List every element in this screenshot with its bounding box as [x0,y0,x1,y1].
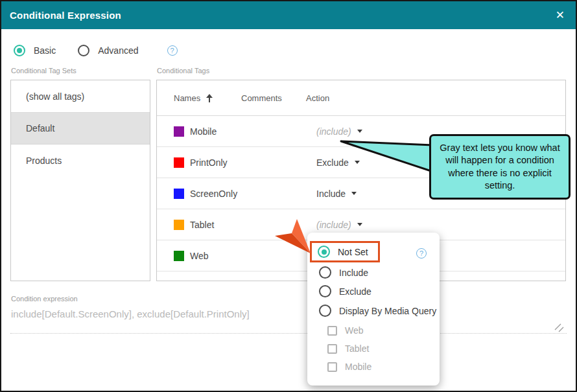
comments-column-header[interactable]: Comments [241,93,306,103]
sort-ascending-icon [206,93,213,103]
advanced-radio[interactable] [78,45,89,56]
tag-color-swatch [174,189,184,199]
close-icon[interactable]: ✕ [556,1,565,29]
mode-selector: Basic Advanced ? [14,44,178,57]
tag-set-item-products[interactable]: Products [11,144,150,176]
media-query-radio[interactable] [319,305,331,317]
chevron-down-icon [357,223,362,226]
menu-option-include[interactable]: Include [319,266,368,279]
conditional-expression-dialog: Conditional Expression ✕ Basic Advanced … [0,0,577,392]
tag-set-item-default[interactable]: Default [11,113,150,144]
not-set-label: Not Set [338,247,368,257]
condition-expression-value: include[Default.ScreenOnly], exclude[Def… [11,308,250,319]
dialog-title: Conditional Expression [10,10,121,21]
action-column-header[interactable]: Action [306,93,384,103]
condition-expression-label: Condition expression [11,295,78,303]
divider [10,333,567,334]
callout-text: Gray text lets you know what will happen… [436,142,564,192]
table-header: Names Comments Action [157,80,565,116]
tag-set-item-show-all[interactable]: (show all tags) [11,80,150,113]
menu-option-not-set[interactable]: Not Set [310,241,380,262]
include-radio[interactable] [319,266,331,279]
media-option-tablet[interactable]: Tablet [327,343,369,354]
media-option-mobile[interactable]: Mobile [327,362,371,372]
resize-grip[interactable] [554,323,564,333]
annotation-arrow [270,214,319,258]
dialog-titlebar: Conditional Expression [1,1,576,29]
mobile-checkbox[interactable] [327,362,337,372]
tag-sets-label: Conditional Tag Sets [11,67,77,75]
action-dropdown[interactable]: Include [316,189,357,199]
menu-option-exclude[interactable]: Exclude [319,285,371,297]
menu-help-icon[interactable]: ? [416,248,427,259]
action-menu: Not Set ? Include Exclude Display By Med… [307,233,440,386]
tag-color-swatch [174,220,184,230]
names-column-header[interactable]: Names [174,93,241,103]
web-checkbox[interactable] [327,326,337,336]
help-icon[interactable]: ? [167,45,178,56]
callout-bubble: Gray text lets you know what will happen… [429,134,571,200]
basic-radio[interactable] [14,45,25,56]
callout-tail [332,131,436,183]
tag-color-swatch [174,126,184,137]
media-option-web[interactable]: Web [327,325,364,336]
tags-label: Conditional Tags [157,67,209,75]
exclude-radio[interactable] [319,285,331,297]
menu-option-media-query[interactable]: Display By Media Query [319,305,436,317]
chevron-down-icon [351,192,357,195]
tag-name: Mobile [190,126,300,137]
tag-name: ScreenOnly [190,189,300,199]
advanced-radio-label[interactable]: Advanced [98,45,138,56]
basic-radio-label[interactable]: Basic [34,45,56,56]
tag-color-swatch [174,251,184,261]
tag-color-swatch [174,157,184,168]
tablet-checkbox[interactable] [327,344,337,354]
action-dropdown[interactable]: (include) [316,220,362,230]
tag-sets-list: (show all tags) Default Products [10,80,150,281]
not-set-radio[interactable] [318,246,330,258]
tag-name: PrintOnly [190,157,300,168]
